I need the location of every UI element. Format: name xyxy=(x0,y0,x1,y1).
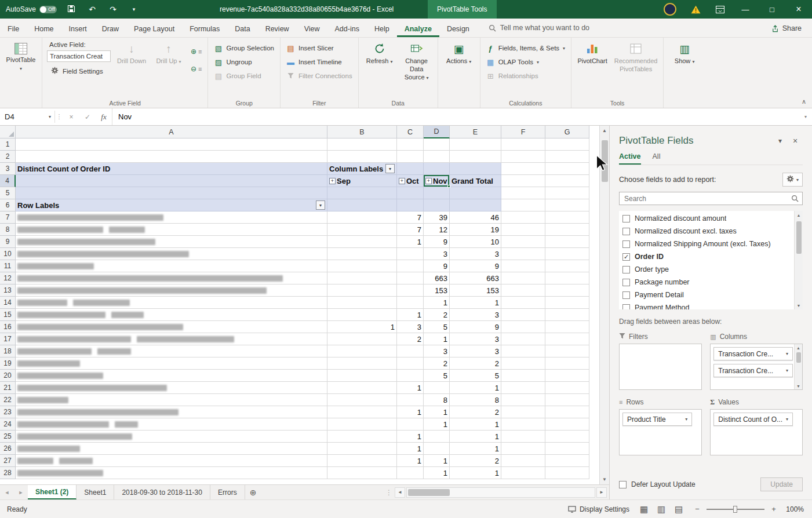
customize-qat-button[interactable]: ▾ xyxy=(128,6,140,12)
cell-D10[interactable]: 3 xyxy=(424,248,450,260)
row-header-27[interactable]: 27 xyxy=(0,455,16,467)
cell-E19[interactable]: 2 xyxy=(450,358,501,370)
group-field-button[interactable]: ▤Group Field xyxy=(210,69,277,83)
normal-view-button[interactable]: ▦ xyxy=(639,504,649,515)
cell-B16[interactable]: 1 xyxy=(327,321,397,333)
fill-handle[interactable] xyxy=(447,185,450,188)
cell-E17[interactable]: 3 xyxy=(450,333,501,345)
area-pill[interactable]: Distinct Count of O...▾ xyxy=(713,413,793,426)
cell-C22[interactable] xyxy=(397,394,424,406)
cell-C8[interactable]: 7 xyxy=(397,224,424,236)
cell-B26[interactable] xyxy=(327,443,397,455)
cell-A27[interactable] xyxy=(16,455,327,467)
ribbon-tab-page-layout[interactable]: Page Layout xyxy=(126,20,182,37)
cell-G9[interactable] xyxy=(545,236,589,248)
cell-A18[interactable] xyxy=(16,345,327,358)
cell-B28[interactable] xyxy=(327,467,397,479)
field-search-box[interactable] xyxy=(619,192,803,205)
cell-A2[interactable] xyxy=(16,151,327,163)
cell-B27[interactable] xyxy=(327,455,397,467)
cell-A19[interactable] xyxy=(16,358,327,370)
cell-D28[interactable]: 1 xyxy=(424,467,450,479)
cell-D17[interactable]: 1 xyxy=(424,333,450,345)
ribbon-tab-insert[interactable]: Insert xyxy=(61,20,94,37)
name-box-dropdown[interactable]: ▾ xyxy=(45,108,54,125)
collapse-ribbon-button[interactable]: ∧ xyxy=(802,98,806,105)
cell-F2[interactable] xyxy=(501,151,545,163)
cell-F16[interactable] xyxy=(501,321,545,333)
cell-C24[interactable] xyxy=(397,418,424,431)
cell-C25[interactable]: 1 xyxy=(397,431,424,443)
area-pill[interactable]: Transaction Cre...▾ xyxy=(713,347,793,360)
cell-E24[interactable]: 1 xyxy=(450,418,501,431)
cell-E9[interactable]: 10 xyxy=(450,236,501,248)
ribbon-tab-home[interactable]: Home xyxy=(27,20,61,37)
cell-A28[interactable] xyxy=(16,467,327,479)
cell-C6[interactable] xyxy=(397,199,424,211)
cell-D27[interactable]: 1 xyxy=(424,455,450,467)
row-header-18[interactable]: 18 xyxy=(0,345,16,358)
field-checkbox[interactable] xyxy=(622,240,630,248)
cell-E3[interactable] xyxy=(450,163,501,175)
cell-A4[interactable] xyxy=(16,175,327,187)
ribbon-tab-add-ins[interactable]: Add-ins xyxy=(327,20,367,37)
cell-B5[interactable] xyxy=(327,187,397,199)
ribbon-tab-help[interactable]: Help xyxy=(367,20,397,37)
cell-F1[interactable] xyxy=(501,138,545,151)
cell-G16[interactable] xyxy=(545,321,589,333)
maximize-button[interactable]: □ xyxy=(759,0,785,19)
cell-F10[interactable] xyxy=(501,248,545,260)
cell-B13[interactable] xyxy=(327,284,397,297)
cell-G14[interactable] xyxy=(545,297,589,309)
cell-G20[interactable] xyxy=(545,370,589,382)
cell-E7[interactable]: 46 xyxy=(450,211,501,224)
cell-C7[interactable]: 7 xyxy=(397,211,424,224)
horizontal-scrollbar-thumb[interactable] xyxy=(408,489,450,496)
cell-A26[interactable] xyxy=(16,443,327,455)
cell-C27[interactable]: 1 xyxy=(397,455,424,467)
insert-slicer-button[interactable]: ▤Insert Slicer xyxy=(283,41,356,55)
cell-G5[interactable] xyxy=(545,187,589,199)
cell-E16[interactable]: 9 xyxy=(450,321,501,333)
cell-B15[interactable] xyxy=(327,309,397,321)
cell-G4[interactable] xyxy=(545,175,589,187)
cell-B22[interactable] xyxy=(327,394,397,406)
column-labels-filter-button[interactable]: ▾ xyxy=(385,164,395,173)
resize-dots-icon[interactable]: ⋮ xyxy=(55,108,63,125)
cell-G11[interactable] xyxy=(545,260,589,272)
columns-area-scrollbar[interactable]: ▲▼ xyxy=(794,344,802,389)
field-search-input[interactable] xyxy=(623,194,791,203)
cell-B24[interactable] xyxy=(327,418,397,431)
columns-scrollbar-thumb[interactable] xyxy=(796,352,801,363)
cell-B7[interactable] xyxy=(327,211,397,224)
field-item[interactable]: ✓Order ID xyxy=(620,250,793,263)
cell-F12[interactable] xyxy=(501,272,545,284)
cell-A8[interactable] xyxy=(16,224,327,236)
row-header-15[interactable]: 15 xyxy=(0,309,16,321)
cell-C18[interactable] xyxy=(397,345,424,358)
cell-F13[interactable] xyxy=(501,284,545,297)
row-header-17[interactable]: 17 xyxy=(0,333,16,345)
page-layout-view-button[interactable]: ▥ xyxy=(656,504,667,515)
column-header-D[interactable]: D xyxy=(424,126,450,138)
cell-G27[interactable] xyxy=(545,455,589,467)
cell-F23[interactable] xyxy=(501,406,545,418)
zoom-slider[interactable] xyxy=(707,509,764,510)
sheet-tab[interactable]: 2018-09-30 to 2018-11-30 xyxy=(114,485,210,499)
field-item[interactable]: Order type xyxy=(620,263,793,276)
cell-E15[interactable]: 3 xyxy=(450,309,501,321)
cell-A15[interactable] xyxy=(16,309,327,321)
warning-button[interactable] xyxy=(683,0,708,19)
row-header-20[interactable]: 20 xyxy=(0,370,16,382)
cell-D15[interactable]: 2 xyxy=(424,309,450,321)
cell-B19[interactable] xyxy=(327,358,397,370)
cell-A25[interactable] xyxy=(16,431,327,443)
show-button[interactable]: ▥ Show ▾ xyxy=(666,39,703,67)
cell-B20[interactable] xyxy=(327,370,397,382)
cell-D7[interactable]: 39 xyxy=(424,211,450,224)
cell-B17[interactable] xyxy=(327,333,397,345)
ribbon-tab-analyze[interactable]: Analyze xyxy=(397,20,439,37)
redo-button[interactable]: ↷ xyxy=(107,5,119,14)
new-sheet-button[interactable]: ⊕ xyxy=(245,485,261,499)
sheet-nav-right-arrow[interactable]: ► xyxy=(14,485,28,499)
